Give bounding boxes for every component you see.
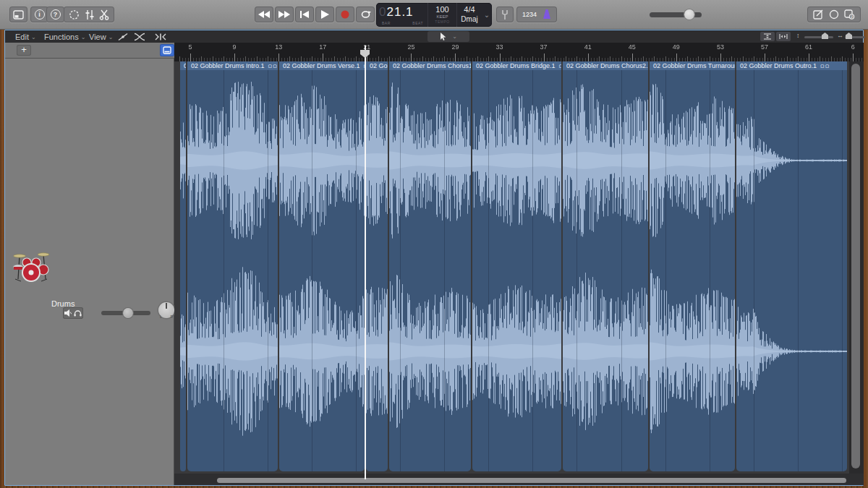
media-badge-icon: ♪	[844, 9, 855, 20]
crossfade-button[interactable]	[134, 32, 145, 42]
mute-solo-group	[63, 307, 83, 319]
fast-forward-icon	[278, 11, 290, 18]
cycle-loop-icon	[360, 10, 371, 19]
lcd-chevron-icon[interactable]: ⌄	[482, 3, 492, 27]
count-in-button[interactable]: 1234	[522, 11, 537, 18]
toolbar-tool-group	[64, 7, 114, 22]
media-browser-button[interactable]: ♪	[844, 9, 855, 20]
ruler-bar-label: 49	[673, 43, 680, 51]
lcd-bar-label: BAR	[382, 21, 391, 25]
note-pads-button[interactable]	[813, 9, 823, 20]
add-track-button[interactable]: +	[17, 45, 31, 56]
vertical-zoom-thumb[interactable]	[822, 33, 828, 39]
mixer-button[interactable]	[85, 9, 95, 20]
toolbar-right-group: ♪	[807, 7, 861, 22]
play-icon	[321, 10, 329, 19]
track-volume-thumb[interactable]	[123, 308, 133, 318]
info-icon: i	[35, 9, 45, 20]
track-panel-toolbar: +	[5, 43, 174, 59]
inspector-panel-icon	[163, 46, 171, 54]
metronome-button[interactable]	[542, 9, 551, 20]
ruler-bar-label: 61	[805, 43, 812, 51]
main-toolbar: i ?	[0, 0, 868, 30]
ruler-bar-label: 45	[629, 43, 636, 51]
lcd-time-signature: 4/4	[457, 5, 482, 14]
faders-icon	[85, 9, 95, 20]
ruler-bar-label: 6	[851, 43, 855, 51]
chevron-down-icon: ⌄	[81, 34, 86, 40]
lcd-key-section[interactable]: 4/4 Dmaj	[457, 3, 482, 27]
scissors-icon	[99, 9, 109, 20]
functions-menu[interactable]: Functions ⌄	[44, 32, 85, 42]
horizontal-fit-icon	[779, 33, 788, 40]
loop-browser-button[interactable]	[829, 9, 839, 20]
vertical-scrollbar-thumb[interactable]	[851, 64, 860, 468]
tool-selector[interactable]: ⌄	[427, 31, 469, 42]
record-icon	[341, 10, 349, 19]
lcd-position-value: 21.1	[386, 5, 413, 19]
waveform-canvas[interactable]	[174, 61, 864, 474]
tuning-fork-icon	[501, 9, 509, 20]
ruler-bar-label: 9	[233, 43, 237, 51]
track-inspector-toggle[interactable]	[160, 44, 174, 56]
tuner-button[interactable]	[496, 7, 514, 22]
crossfade-icon	[134, 33, 145, 41]
lcd-position-section[interactable]: 021.1 BAR BEAT	[376, 3, 428, 27]
record-button[interactable]	[336, 7, 354, 22]
horizontal-scrollbar-thumb[interactable]	[217, 478, 846, 483]
bar-ruler[interactable]: 59131721252933374145495357616	[174, 43, 864, 61]
ruler-bar-label: 25	[407, 43, 414, 51]
master-volume-thumb[interactable]	[684, 9, 694, 20]
ruler-bar-label: 5	[188, 43, 192, 51]
lcd-key-value: Dmaj	[457, 15, 482, 23]
go-to-beginning-icon	[300, 11, 309, 18]
svg-text:♪: ♪	[851, 14, 853, 19]
hzoom-icon: ↔	[837, 32, 843, 39]
ruler-bar-label: 17	[319, 43, 326, 51]
editor-menubar: Edit ⌄ Functions ⌄ View ⌄	[5, 31, 863, 43]
inspector-toggle-button[interactable]	[9, 7, 27, 22]
go-to-beginning-button[interactable]	[295, 7, 314, 22]
inspector-icon	[13, 10, 24, 20]
notepad-pencil-icon	[813, 9, 823, 20]
mute-icon[interactable]	[64, 309, 72, 317]
help-button[interactable]: ?	[46, 7, 64, 22]
track-lane[interactable]: 0202 Gobbler Drums Intro.1ΩΩ02 Gobbler D…	[174, 61, 864, 474]
dashed-circle-icon	[69, 9, 80, 20]
pan-knob[interactable]: L R	[158, 302, 174, 318]
horizontal-auto-zoom-button[interactable]	[776, 32, 791, 41]
lcd-tempo-section[interactable]: 100 KEEP TEMPO	[428, 3, 457, 27]
vertical-auto-zoom-button[interactable]	[760, 32, 775, 41]
edit-menu-label: Edit	[15, 33, 29, 41]
rewind-icon	[258, 11, 270, 18]
split-tool-button[interactable]	[99, 9, 109, 20]
vertical-fit-icon	[763, 33, 772, 40]
fast-forward-button[interactable]	[275, 7, 294, 22]
ruler-bar-label: 57	[761, 43, 768, 51]
help-icon: ?	[51, 9, 61, 20]
cycle-button[interactable]	[356, 7, 375, 22]
lcd-ghost-digit: 0	[379, 5, 386, 19]
ruler-bar-label: 41	[584, 43, 592, 51]
rewind-button[interactable]	[255, 7, 273, 22]
functions-menu-label: Functions	[44, 33, 79, 41]
cycle-mode-button[interactable]	[69, 9, 80, 20]
lcd-display[interactable]: 021.1 BAR BEAT 100 KEEP TEMPO 4/4 Dmaj ⌄	[376, 3, 492, 27]
horizontal-zoom-thumb[interactable]	[846, 33, 852, 39]
lcd-tempo-label: TEMPO	[428, 20, 456, 24]
view-menu-label: View	[89, 33, 106, 41]
catch-playhead-button[interactable]	[154, 32, 167, 42]
edit-menu[interactable]: Edit ⌄	[15, 32, 36, 42]
lcd-tempo-mode: KEEP	[428, 14, 456, 19]
lcd-beat-label: BEAT	[412, 21, 423, 25]
automation-button[interactable]	[118, 32, 128, 42]
play-button[interactable]	[315, 7, 334, 22]
vertical-zoom-slider[interactable]	[804, 36, 833, 38]
chevron-down-icon: ⌄	[452, 33, 457, 40]
pan-left-label: L	[160, 314, 162, 319]
view-menu[interactable]: View ⌄	[89, 32, 113, 42]
pointer-tool-icon	[440, 33, 446, 40]
horizontal-scrollbar-track[interactable]	[174, 474, 864, 485]
solo-headphones-icon[interactable]	[74, 309, 82, 317]
count-in-metronome-group: 1234	[516, 7, 557, 22]
